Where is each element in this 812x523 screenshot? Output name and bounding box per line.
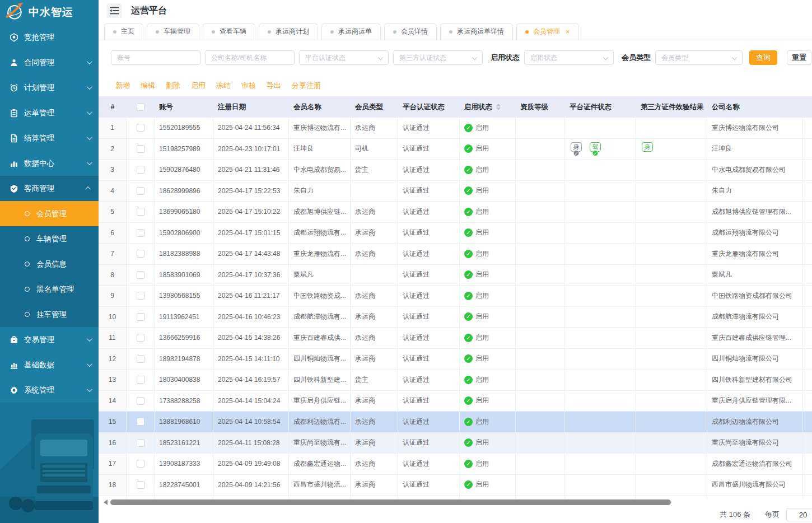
table-row[interactable]: 6159028069002025-04-17 15:01:15成都运翔物流有..… bbox=[99, 223, 812, 244]
select-all-checkbox[interactable] bbox=[137, 103, 144, 111]
table-row[interactable]: 16185231612212025-04-11 15:08:28重庆尚至物流有.… bbox=[99, 433, 812, 454]
row-qualification bbox=[516, 349, 565, 370]
tab-dot-icon bbox=[449, 30, 452, 34]
table-row[interactable]: 3159028764802025-04-21 11:31:46中水电成都贸易..… bbox=[99, 160, 812, 181]
sidebar-item-9[interactable]: 系统管理 bbox=[0, 377, 99, 403]
table-row[interactable]: 14173882882582025-04-14 15:04:24重庆启舟供应链.… bbox=[99, 391, 812, 412]
third-party-auth-select[interactable]: 第三方认证状态 bbox=[393, 50, 483, 65]
sidebar-item-label: 客商管理 bbox=[24, 184, 87, 194]
sort-asc-icon[interactable] bbox=[496, 104, 501, 106]
check-circle-icon: ✓ bbox=[464, 250, 473, 258]
sidebar-item-0[interactable]: 竞抢管理 bbox=[0, 25, 99, 50]
row-checkbox[interactable] bbox=[137, 124, 144, 132]
table-row[interactable]: 8185839010692025-04-17 10:37:36粟斌凡认证通过✓启… bbox=[99, 265, 812, 286]
sidebar-item-3[interactable]: 运单管理 bbox=[0, 100, 99, 125]
sidebar-subitem-2[interactable]: 会员信息 bbox=[0, 251, 99, 277]
enabled-label: 启用 bbox=[475, 144, 489, 153]
row-checkbox[interactable] bbox=[137, 187, 144, 195]
row-platform-certs bbox=[565, 412, 636, 432]
sidebar-item-6[interactable]: 客商管理 bbox=[0, 176, 99, 201]
sidebar-item-2[interactable]: 计划管理 bbox=[0, 75, 99, 100]
table-row[interactable]: 12189821948782025-04-15 14:11:10四川铜灿物流有.… bbox=[99, 349, 812, 370]
sidebar-item-4[interactable]: 结算管理 bbox=[0, 125, 99, 151]
row-checkbox[interactable] bbox=[137, 439, 144, 447]
table-row[interactable]: 5136990651802025-04-17 15:10:22成都旭博供应链..… bbox=[99, 202, 812, 223]
action-link-删除[interactable]: 删除 bbox=[166, 81, 180, 91]
enable-status-select[interactable]: 启用状态 bbox=[524, 50, 614, 65]
table-row[interactable]: 17139081873332025-04-09 19:49:08成都鑫宏通运物.… bbox=[99, 454, 812, 475]
sidebar-subitem-0[interactable]: 会员管理 bbox=[0, 201, 99, 226]
sidebar-item-7[interactable]: 交易管理 bbox=[0, 327, 99, 352]
row-checkbox[interactable] bbox=[137, 208, 144, 216]
tab-车辆管理[interactable]: 车辆管理 bbox=[147, 23, 199, 40]
account-input[interactable] bbox=[111, 50, 200, 65]
action-link-导出[interactable]: 导出 bbox=[267, 81, 281, 91]
sort-desc-icon[interactable] bbox=[496, 108, 501, 110]
row-checkbox-cell bbox=[127, 223, 155, 244]
row-checkbox[interactable] bbox=[137, 460, 144, 468]
tab-查看车辆[interactable]: 查看车辆 bbox=[203, 23, 255, 40]
sidebar-item-1[interactable]: 合同管理 bbox=[0, 50, 99, 75]
row-member-name: 成都鑫宏通运物... bbox=[289, 454, 351, 474]
sidebar-item-5[interactable]: 数据中心 bbox=[0, 151, 99, 176]
tab-主页[interactable]: 主页 bbox=[104, 23, 143, 40]
table-row[interactable]: 15138819686102025-04-14 10:58:54成都利迈物流有.… bbox=[99, 412, 812, 433]
row-company-name: 重庆启舟供应链管理有限... bbox=[707, 391, 803, 412]
row-checkbox[interactable] bbox=[137, 355, 144, 363]
row-registered-date: 2025-04-09 14:21:56 bbox=[213, 475, 289, 496]
action-link-启用[interactable]: 启用 bbox=[191, 81, 206, 91]
sidebar-subitem-1[interactable]: 车辆管理 bbox=[0, 226, 99, 251]
member-type-select[interactable]: 会员类型 bbox=[655, 50, 743, 65]
row-checkbox[interactable] bbox=[137, 229, 144, 237]
page-size-select[interactable]: 20 bbox=[786, 508, 812, 521]
row-checkbox[interactable] bbox=[137, 166, 144, 174]
action-link-冻结[interactable]: 冻结 bbox=[216, 81, 231, 91]
table-row[interactable]: 11136662599162025-04-15 14:38:26重庆百建睿成供.… bbox=[99, 328, 812, 349]
table-row[interactable]: 10191139624512025-04-16 10:46:23成都航潭物流有.… bbox=[99, 307, 812, 328]
tab-会员管理[interactable]: 会员管理× bbox=[516, 23, 579, 40]
table-row[interactable]: 2151982579892025-04-23 10:17:01汪坤良司机认证通过… bbox=[99, 139, 812, 160]
row-checkbox[interactable] bbox=[137, 145, 144, 153]
row-third-party-certs bbox=[636, 223, 707, 244]
action-link-分享注册[interactable]: 分享注册 bbox=[292, 81, 321, 91]
row-checkbox[interactable] bbox=[137, 418, 144, 426]
sidebar-subitem-4[interactable]: 挂车管理 bbox=[0, 302, 99, 327]
row-checkbox[interactable] bbox=[137, 271, 144, 279]
row-checkbox[interactable] bbox=[137, 397, 144, 405]
row-platform-certs bbox=[565, 475, 636, 496]
action-link-新增[interactable]: 新增 bbox=[115, 81, 130, 91]
sort-icons[interactable] bbox=[496, 104, 501, 110]
row-checkbox[interactable] bbox=[137, 313, 144, 321]
row-member-type: 承运商 bbox=[351, 475, 398, 496]
row-company-name: 中国铁路物资成都有限公司 bbox=[707, 286, 803, 306]
row-checkbox[interactable] bbox=[137, 292, 144, 300]
table-row[interactable]: 9139805681552025-04-16 11:21:17中国铁路物资成..… bbox=[99, 286, 812, 307]
table-row[interactable]: 1155201895552025-04-24 11:56:34重庆博运物流有..… bbox=[99, 118, 812, 139]
table-row[interactable]: 4186289998962025-04-17 15:22:53朱自力认证通过✓启… bbox=[99, 181, 812, 202]
sidebar-item-label: 数据中心 bbox=[24, 158, 87, 169]
row-checkbox[interactable] bbox=[137, 334, 144, 342]
sidebar-item-8[interactable]: 基础数据 bbox=[0, 352, 99, 377]
scroll-left-arrow-icon[interactable] bbox=[104, 499, 108, 505]
sidebar-subitem-3[interactable]: 黑名单管理 bbox=[0, 277, 99, 302]
search-button[interactable]: 查询 bbox=[749, 50, 777, 65]
menu-fold-icon[interactable] bbox=[106, 3, 122, 18]
platform-auth-select[interactable]: 平台认证状态 bbox=[299, 50, 389, 65]
table-row[interactable]: 13180304008382025-04-14 16:19:57四川铁科新型建.… bbox=[99, 370, 812, 391]
tab-承运商运单详情[interactable]: 承运商运单详情 bbox=[440, 23, 513, 40]
company-name-input[interactable] bbox=[205, 50, 295, 65]
tab-承运商运单[interactable]: 承运商运单 bbox=[321, 23, 381, 40]
row-member-type: 承运商 bbox=[351, 307, 398, 328]
reset-button[interactable]: 重置 bbox=[787, 50, 811, 65]
close-icon[interactable]: × bbox=[566, 27, 570, 36]
table-row[interactable]: 7181823889882025-04-17 14:43:48重庆龙雁物流有..… bbox=[99, 244, 812, 265]
tab-承运商计划[interactable]: 承运商计划 bbox=[259, 23, 318, 40]
action-link-编辑[interactable]: 编辑 bbox=[141, 81, 155, 91]
table-row[interactable]: 18182287450012025-04-09 14:21:56西昌市盛川物流.… bbox=[99, 475, 812, 496]
row-checkbox[interactable] bbox=[137, 376, 144, 384]
row-checkbox[interactable] bbox=[137, 481, 144, 489]
action-link-审核[interactable]: 审核 bbox=[241, 81, 256, 91]
tab-会员详情[interactable]: 会员详情 bbox=[384, 23, 437, 40]
scrollbar-thumb[interactable] bbox=[110, 499, 671, 505]
row-checkbox[interactable] bbox=[137, 250, 144, 258]
